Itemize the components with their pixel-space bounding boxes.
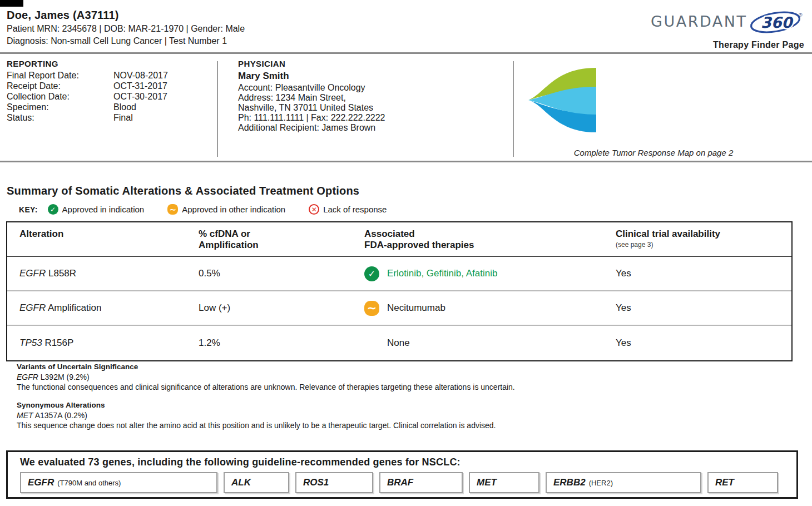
reporting-label: Specimen: xyxy=(7,102,113,112)
reporting-block: REPORTING Final Report Date: NOV-08-2017… xyxy=(7,59,217,159)
col-header-text: Amplification xyxy=(199,240,259,250)
col-header-cfdna: % cfDNA or Amplification xyxy=(199,229,364,251)
therapy-names: Erlotinib, Gefitinib, Afatinib xyxy=(387,268,497,279)
col-header-alteration: Alteration xyxy=(19,229,199,240)
info-band: REPORTING Final Report Date: NOV-08-2017… xyxy=(7,59,804,159)
key-item-label: Lack of response xyxy=(323,205,387,214)
vus-title: Variants of Uncertain Significance xyxy=(17,363,795,371)
variant-notes: Variants of Uncertain Significance EGFR … xyxy=(17,363,795,430)
key-item-approved-in-indication: ✓ Approved in indication xyxy=(48,204,145,215)
reporting-row: Final Report Date: NOV-08-2017 xyxy=(7,71,217,81)
physician-title: PHYSICIAN xyxy=(238,59,513,68)
gene-name: MET xyxy=(17,411,33,420)
page-title: Therapy Finder Page xyxy=(650,40,804,50)
gene-name: MET xyxy=(477,477,497,488)
reporting-label: Status: xyxy=(7,113,113,123)
patient-diagnosis: Diagnosis: Non-small Cell Lung Cancer | … xyxy=(7,36,245,46)
vus-variant: EGFR L392M (9.2%) xyxy=(17,373,795,381)
reporting-label: Receipt Date: xyxy=(7,81,113,91)
variant-detail: A1357A (0.2%) xyxy=(35,411,87,420)
clinical-trial-cell: Yes xyxy=(616,338,791,349)
gene-name: RET xyxy=(715,477,734,488)
gene-pill-row: EGFR (T790M and others) ALK ROS1 BRAF ME… xyxy=(20,472,784,493)
alteration-detail: R156P xyxy=(44,338,73,348)
reporting-value: NOV-08-2017 xyxy=(113,71,168,81)
gene-pill-braf: BRAF xyxy=(379,472,463,493)
patient-name: Doe, James (A37111) xyxy=(7,9,245,22)
alterations-table: Alteration % cfDNA or Amplification Asso… xyxy=(6,221,793,361)
evaluated-genes-box: We evaluated 73 genes, including the fol… xyxy=(6,450,798,499)
approved-in-indication-icon: ✓ xyxy=(48,204,58,215)
synonymous-title: Synonymous Alterations xyxy=(17,401,795,409)
physician-line: Address: 1234 Main Street, xyxy=(238,93,513,103)
reporting-row: Collection Date: OCT-30-2017 xyxy=(7,92,217,102)
variant-detail: L392M (9.2%) xyxy=(41,373,90,381)
col-header-clinical-trial: Clinical trial availability (see page 3) xyxy=(616,229,791,249)
svg-text:GUARDANT: GUARDANT xyxy=(651,13,747,30)
gene-name: EGFR xyxy=(17,373,38,381)
reporting-row: Specimen: Blood xyxy=(7,102,217,112)
col-header-text: Clinical trial availability xyxy=(616,229,720,239)
legend-key: KEY: ✓ Approved in indication ∼ Approved… xyxy=(19,204,410,215)
key-label: KEY: xyxy=(19,205,38,214)
key-item-label: Approved in other indication xyxy=(182,205,285,214)
key-item-label: Approved in indication xyxy=(62,205,145,214)
reporting-value: Blood xyxy=(113,102,136,112)
clinical-trial-cell: Yes xyxy=(616,268,791,279)
reporting-label: Final Report Date: xyxy=(7,71,113,81)
therapies-cell: ∼ Necitumumab xyxy=(364,301,616,316)
lack-of-response-icon: ✕ xyxy=(309,204,319,215)
svg-text:®: ® xyxy=(799,12,803,18)
brand-block: GUARDANT 360 ® Therapy Finder Page xyxy=(650,9,804,50)
reporting-label: Collection Date: xyxy=(7,92,113,102)
reporting-value: OCT-31-2017 xyxy=(113,81,167,91)
reporting-row: Status: Final xyxy=(7,113,217,123)
gene-pill-erbb2: ERBB2 (HER2) xyxy=(546,472,701,493)
gene-pill-alk: ALK xyxy=(224,472,289,493)
approved-other-indication-icon: ∼ xyxy=(167,204,178,215)
alteration-cell: EGFR Amplification xyxy=(19,302,199,314)
gene-name: ERBB2 xyxy=(553,477,586,488)
therapy-names: Necitumumab xyxy=(387,302,445,314)
alteration-detail: L858R xyxy=(48,268,76,279)
therapies-cell: None xyxy=(364,338,616,349)
divider xyxy=(0,52,812,54)
col-header-subtext: (see page 3) xyxy=(616,241,791,249)
gene-pill-ret: RET xyxy=(707,472,778,493)
col-header-text: FDA-approved therapies xyxy=(364,240,474,250)
physician-line: Additional Recipient: James Brown xyxy=(238,123,513,133)
guardant360-logo: GUARDANT 360 ® xyxy=(650,9,804,34)
clinical-trial-cell: Yes xyxy=(616,302,791,314)
svg-text:360: 360 xyxy=(761,14,794,31)
divider xyxy=(0,161,812,162)
summary-section-title: Summary of Somatic Alterations & Associa… xyxy=(7,185,359,197)
patient-demographics: Patient MRN: 2345678 | DOB: MAR-21-1970 … xyxy=(7,24,245,34)
evaluated-genes-title: We evaluated 73 genes, including the fol… xyxy=(20,457,784,468)
col-header-text: Associated xyxy=(364,229,415,239)
alteration-detail: Amplification xyxy=(48,302,101,313)
gene-suffix: (HER2) xyxy=(589,479,613,487)
reporting-title: REPORTING xyxy=(7,59,217,68)
gene-pill-met: MET xyxy=(469,472,539,493)
patient-info: Doe, James (A37111) Patient MRN: 2345678… xyxy=(7,9,245,50)
table-row: EGFR Amplification Low (+) ∼ Necitumumab… xyxy=(7,291,791,326)
key-item-lack-of-response: ✕ Lack of response xyxy=(309,204,387,215)
synonymous-variant: MET A1357A (0.2%) xyxy=(17,411,795,420)
key-item-approved-other-indication: ∼ Approved in other indication xyxy=(167,204,285,215)
therapies-cell: ✓ Erlotinib, Gefitinib, Afatinib xyxy=(364,266,616,281)
col-header-therapies: Associated FDA-approved therapies xyxy=(364,229,616,251)
gene-pill-egfr: EGFR (T790M and others) xyxy=(20,472,217,493)
gene-name: EGFR xyxy=(19,268,46,279)
physician-line: Nashville, TN 37011 United States xyxy=(238,103,513,113)
alteration-cell: EGFR L858R xyxy=(19,268,199,279)
physician-block: PHYSICIAN Mary Smith Account: Pleasantvi… xyxy=(218,59,513,159)
physician-name: Mary Smith xyxy=(238,71,513,82)
synonymous-description: This sequence change does not alter the … xyxy=(17,421,795,430)
tumor-map-caption: Complete Tumor Response Map on page 2 xyxy=(514,148,793,157)
table-row: EGFR L858R 0.5% ✓ Erlotinib, Gefitinib, … xyxy=(7,257,791,291)
report-header: Doe, James (A37111) Patient MRN: 2345678… xyxy=(7,9,804,50)
reporting-value: Final xyxy=(113,113,133,123)
gene-pill-ros1: ROS1 xyxy=(295,472,373,493)
tumor-response-map-block: Complete Tumor Response Map on page 2 xyxy=(514,59,804,159)
physician-line: Account: Pleasantville Oncology xyxy=(238,83,513,93)
